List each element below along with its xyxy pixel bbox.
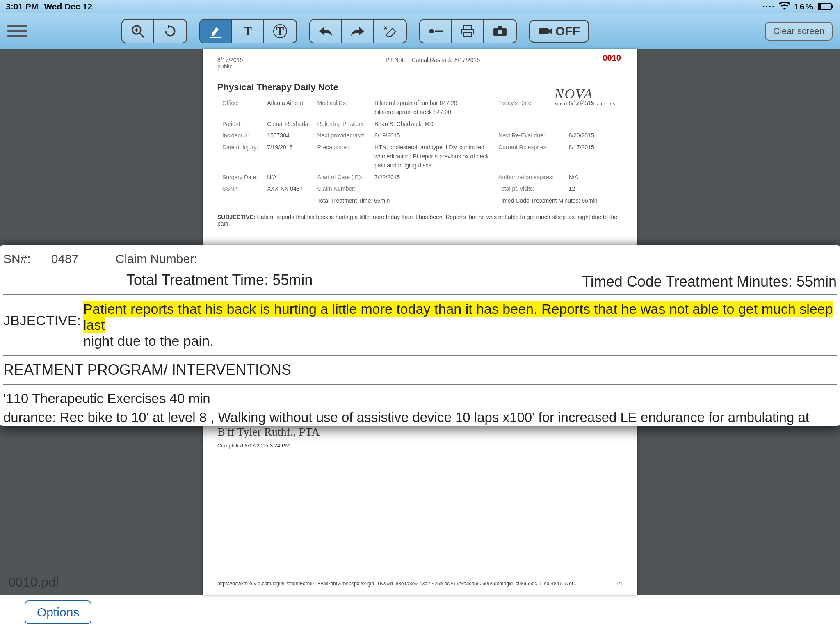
status-date: Wed Dec 12	[44, 2, 92, 11]
svg-rect-16	[539, 28, 549, 34]
text-button[interactable]: T	[232, 20, 264, 43]
print-button[interactable]	[452, 20, 484, 43]
canvas[interactable]: 0010 8/17/2015 PT Note - Camal Rashada 8…	[0, 49, 840, 595]
output-group	[419, 19, 517, 43]
battery-pct: 16%	[794, 2, 814, 11]
eraser-button[interactable]	[374, 20, 406, 43]
status-time: 3:01 PM	[6, 2, 38, 11]
status-dots: ····	[762, 2, 775, 11]
svg-rect-10	[464, 26, 471, 29]
claim-label: Claim Number:	[115, 252, 197, 266]
timed-code-minutes: Timed Code Treatment Minutes: 55min	[582, 273, 837, 290]
ssn-value: 0487	[51, 252, 79, 265]
page-header-date: 8/17/2015	[217, 57, 243, 63]
bates-stamp: 0010	[603, 53, 621, 63]
camera-button[interactable]	[484, 20, 516, 43]
clear-screen-button[interactable]: Clear screen	[765, 22, 833, 41]
options-button[interactable]: Options	[25, 600, 91, 624]
pointer-button[interactable]	[420, 20, 452, 43]
off-label: OFF	[555, 24, 580, 38]
page-header-title: PT Note - Camal Rashada 8/17/2015	[386, 57, 480, 63]
subjective-label: JBJECTIVE:	[3, 301, 81, 349]
nova-logo: NOVAMEDICAL CENTERS	[555, 86, 617, 106]
highlighted-text: Patient reports that his back is hurting…	[83, 301, 833, 333]
wifi-icon	[779, 2, 790, 11]
page-header-public: public	[217, 63, 623, 70]
svg-line-4	[140, 33, 144, 37]
subjective-body: Patient reports that his back is hurting…	[83, 301, 837, 349]
zoom-group	[121, 19, 187, 43]
zoom-in-button[interactable]	[122, 20, 154, 43]
exercise-line2: durance: Rec bike to 10' at level 8 , Wa…	[3, 410, 837, 425]
footer: Options	[0, 595, 840, 630]
signature: B'ff Tyler Ruthf., PTA	[217, 425, 623, 438]
history-group	[309, 19, 407, 43]
svg-rect-1	[832, 5, 833, 8]
text-circle-button[interactable]: T	[264, 20, 296, 43]
annotate-group: T T	[199, 19, 297, 43]
treatment-heading: REATMENT PROGRAM/ INTERVENTIONS	[3, 361, 837, 379]
rotate-button[interactable]	[154, 20, 186, 43]
battery-icon	[818, 2, 834, 11]
svg-rect-15	[498, 26, 502, 29]
zoom-callout: SN#: 0487 Claim Number: Total Treatment …	[0, 245, 840, 426]
svg-rect-7	[210, 37, 221, 38]
projector-toggle[interactable]: OFF	[529, 20, 589, 43]
svg-rect-2	[819, 4, 821, 9]
subjective-small: SUBJECTIVE: Patient reports that his bac…	[217, 214, 623, 227]
svg-point-8	[429, 29, 434, 33]
exercise-line1: '110 Therapeutic Exercises 40 min	[3, 391, 837, 406]
app-toolbar: T T OFF Clear screen	[0, 13, 840, 49]
menu-button[interactable]	[7, 21, 27, 41]
status-bar: 3:01 PM Wed Dec 12 ···· 16%	[0, 0, 840, 13]
subjective-rest: night due to the pain.	[83, 333, 214, 349]
ssn-label: SN#:	[3, 252, 31, 265]
header-grid: Office:Atlanta Airport Medical Dx:Bilate…	[217, 97, 603, 207]
redo-button[interactable]	[342, 20, 374, 43]
highlighter-button[interactable]	[200, 20, 232, 43]
svg-point-14	[498, 30, 502, 34]
page-footer: https://newkm-o-v-a.com/login/PatientFor…	[217, 578, 623, 587]
undo-button[interactable]	[310, 20, 342, 43]
svg-rect-11	[461, 29, 474, 34]
filename-label: 0010.pdf	[8, 575, 59, 590]
